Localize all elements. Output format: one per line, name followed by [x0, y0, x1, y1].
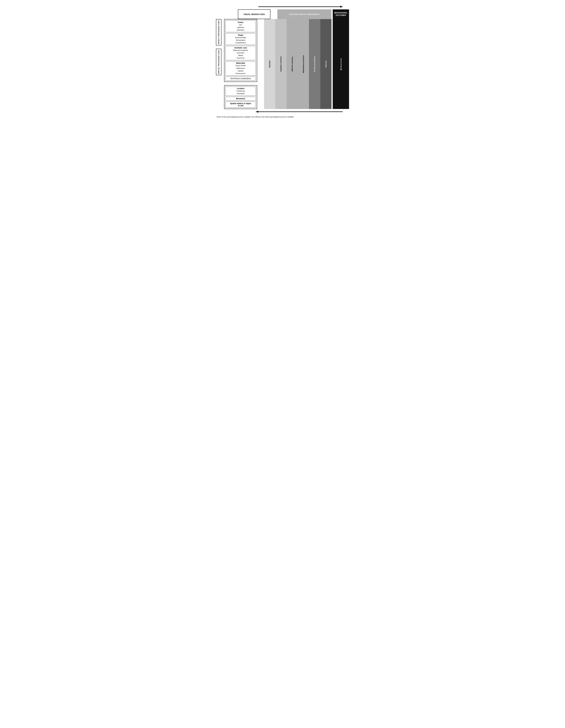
location-subs: PositioningOrientation — [227, 90, 255, 95]
spatial-label-text: SPATIAL PROCESSED CUES — [217, 86, 220, 109]
body-row: OBJECT PROCESSED CUES SPATIAL PROCESSED … — [216, 19, 349, 109]
spatial-label-box: SPATIAL PROCESSED CUES — [216, 85, 222, 109]
top-feedback-arrow — [216, 5, 349, 9]
spatial-cues-outer: Location PositioningOrientation Movement… — [224, 85, 257, 109]
header-arrow-gap — [271, 9, 278, 19]
svg-marker-33 — [256, 111, 258, 113]
aesthetic-title: Aesthetic cues — [227, 47, 255, 49]
object-label-text: OBJECT PROCESSED CUES — [218, 38, 220, 63]
materiality-subs: Visual TextureReflectanceOpacityFluoresc… — [227, 64, 255, 75]
textpicture-title: Text-Picture combinations — [227, 77, 255, 80]
materiality-title: Materiality — [227, 62, 255, 64]
proc-col-motivational: Motivational reactions — [298, 19, 309, 109]
aesthetic-box: Aesthetic cues Balance/ComplexitySymmetr… — [226, 46, 256, 60]
process-behaviour-zone: Attention Cognitive reactions Affective … — [264, 19, 331, 109]
bracket-column — [222, 19, 224, 109]
spatial-relation-box: Spatial relation of objectto self — [226, 102, 256, 108]
attention-label: Attention — [268, 60, 271, 68]
movement-box: Movement — [226, 97, 256, 101]
diagram-frame: VISUAL DESIGN CUES PSYCHOLOGICAL PROCESS… — [216, 5, 349, 118]
header-pp: PSYCHOLOGICAL PROCESSES* — [278, 9, 331, 19]
header-row: VISUAL DESIGN CUES PSYCHOLOGICAL PROCESS… — [216, 9, 349, 19]
behaviour-label: Behaviour — [340, 58, 342, 70]
header-gap — [331, 9, 333, 19]
motivational-label: Motivational reactions — [302, 55, 305, 73]
object-label-box: OBJECT PROCESSED CUES — [216, 19, 222, 82]
label-spacer — [216, 82, 222, 85]
proc-col-affective: Affective reactions — [286, 19, 298, 109]
footnote-text: * Each of the psychological process vari… — [216, 116, 294, 118]
arrows-column — [257, 19, 264, 109]
shape-title: Shape — [227, 34, 255, 36]
location-title: Location — [227, 87, 255, 90]
footnote: * Each of the psychological process vari… — [216, 116, 349, 118]
proc-col-attitudes: Attitudes — [320, 19, 331, 109]
aesthetic-subs: Balance/ComplexitySymmetryMediaFood Porn — [227, 49, 255, 59]
header-spacer-left — [216, 9, 238, 19]
shape-box: Shape DimensionalityDemarcationCompleten… — [226, 33, 256, 45]
header-bo: BEHAVIOURAL OUTCOMES — [333, 9, 349, 19]
svg-marker-8 — [258, 25, 264, 28]
svg-marker-11 — [258, 67, 264, 70]
gap-column — [331, 19, 333, 109]
location-box: Location PositioningOrientation — [226, 87, 256, 96]
object-cues-outer: Colour HueLightnessSaturation Shape Dime… — [224, 19, 257, 82]
vdc-boxes-column: Colour HueLightnessSaturation Shape Dime… — [224, 19, 257, 109]
proc-col-cognitive: Cognitive reactions — [275, 19, 286, 109]
bottom-feedback-arrow — [216, 110, 349, 114]
svg-marker-13 — [258, 90, 264, 92]
side-label-column: OBJECT PROCESSED CUES SPATIAL PROCESSED … — [216, 19, 222, 109]
svg-marker-14 — [258, 97, 264, 100]
svg-marker-1 — [340, 6, 343, 8]
product-label: Product perceptions — [313, 55, 316, 73]
colour-subs: HueLightnessSaturation — [227, 24, 255, 31]
affective-label: Affective reactions — [291, 56, 294, 72]
svg-marker-9 — [258, 38, 264, 40]
spatial-relation-title: Spatial relation of objectto self — [227, 102, 255, 107]
cognitive-label: Cognitive reactions — [279, 56, 282, 72]
colour-box: Colour HueLightnessSaturation — [226, 20, 256, 32]
behaviour-column: Behaviour — [333, 19, 349, 109]
header-vdc: VISUAL DESIGN CUES — [238, 9, 271, 19]
colour-title: Colour — [227, 21, 255, 23]
shape-subs: DimensionalityDemarcationCompleteness — [227, 36, 255, 44]
pp-header-label: PSYCHOLOGICAL PROCESSES* — [289, 13, 320, 15]
proc-col-product: Product perceptions — [309, 19, 320, 109]
svg-marker-15 — [258, 103, 264, 106]
attitudes-label: Attitudes — [324, 60, 327, 68]
materiality-box: Materiality Visual TextureReflectanceOpa… — [226, 61, 256, 76]
movement-title: Movement — [227, 98, 255, 100]
vdc-header-label: VISUAL DESIGN CUES — [244, 13, 265, 15]
svg-marker-10 — [258, 52, 264, 54]
svg-marker-12 — [258, 77, 264, 80]
proc-col-attention: Attention — [264, 19, 275, 109]
bo-header-label: BEHAVIOURAL OUTCOMES — [333, 12, 349, 16]
textpicture-box: Text-Picture combinations — [226, 77, 256, 81]
process-zone: Attention Cognitive reactions Affective … — [264, 19, 331, 109]
